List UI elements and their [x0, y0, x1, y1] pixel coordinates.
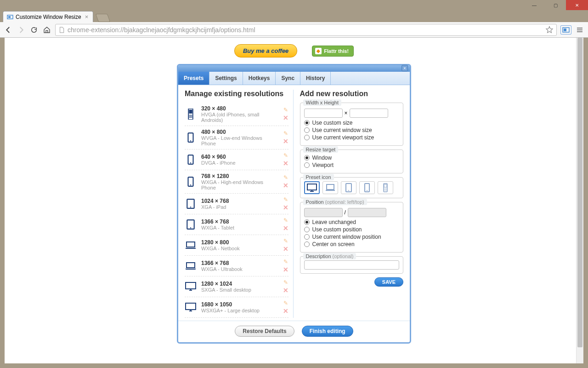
icon-opt-phone[interactable] — [359, 181, 375, 194]
tab-hotkeys[interactable]: Hotkeys — [243, 72, 276, 85]
svg-rect-21 — [186, 282, 196, 289]
resolution-size: 480 × 800 — [201, 129, 278, 135]
delete-icon[interactable]: ✕ — [283, 266, 288, 273]
radio-option[interactable]: Use custom size — [304, 120, 400, 126]
page-icon — [58, 27, 65, 33]
scrollbar-vertical[interactable] — [576, 38, 583, 363]
delete-icon[interactable]: ✕ — [283, 204, 288, 211]
device-icon — [185, 218, 197, 230]
tab-close-icon[interactable]: × — [85, 13, 89, 20]
height-input[interactable] — [350, 109, 388, 118]
width-input[interactable] — [304, 109, 343, 118]
device-icon — [185, 108, 197, 120]
top-input — [348, 208, 386, 217]
flattr-button[interactable]: ◆Flattr this! — [312, 46, 354, 57]
delete-icon[interactable]: ✕ — [283, 287, 288, 294]
description-group: Description (optional) — [300, 256, 404, 274]
tab-settings[interactable]: Settings — [209, 72, 243, 85]
delete-icon[interactable]: ✕ — [283, 138, 288, 145]
new-tab-button[interactable] — [96, 14, 111, 22]
radio-option[interactable]: Viewport — [304, 162, 400, 168]
svg-rect-23 — [307, 184, 317, 190]
edit-icon[interactable]: ✎ — [283, 300, 288, 306]
delete-icon[interactable]: ✕ — [283, 160, 288, 167]
tab-favicon — [7, 14, 13, 20]
resolution-size: 768 × 1280 — [201, 173, 278, 179]
radio-icon — [304, 127, 310, 133]
tab-sync[interactable]: Sync — [276, 72, 300, 85]
save-button[interactable]: SAVE — [374, 277, 403, 287]
tab-presets[interactable]: Presets — [178, 72, 209, 85]
window-close-button[interactable]: ✕ — [566, 0, 588, 10]
buy-coffee-button[interactable]: Buy me a coffee — [234, 44, 297, 58]
resolution-size: 1680 × 1050 — [201, 301, 278, 308]
radio-option[interactable]: Use current viewport size — [304, 134, 400, 141]
edit-icon[interactable]: ✎ — [283, 259, 288, 265]
resolution-desc: XGA - iPad — [201, 204, 278, 210]
forward-button[interactable] — [17, 25, 26, 34]
radio-option[interactable]: Use custom position — [304, 226, 400, 233]
radio-option[interactable]: Window — [304, 155, 400, 161]
edit-icon[interactable]: ✎ — [283, 174, 288, 181]
resolution-item: 1280 × 1024SXGA - Small desktop✎✕ — [185, 276, 288, 297]
edit-icon[interactable]: ✎ — [283, 238, 288, 244]
panel-close-button[interactable]: × — [401, 65, 408, 71]
icon-opt-tablet[interactable] — [341, 181, 356, 194]
pos-legend: Position (optional: left/top) — [303, 199, 367, 205]
resolution-size: 320 × 480 — [201, 105, 278, 112]
delete-icon[interactable]: ✕ — [283, 224, 288, 232]
icon-opt-desktop[interactable] — [304, 181, 320, 194]
resolution-item: 320 × 480HVGA (old iPhones, small Androi… — [185, 103, 288, 126]
width-height-group: Width x Height × Use custom sizeUse curr… — [300, 103, 404, 146]
radio-option[interactable]: Use current window position — [304, 234, 400, 240]
edit-icon[interactable]: ✎ — [283, 130, 288, 137]
window-maximize-button[interactable]: ▢ — [545, 0, 566, 10]
restore-defaults-button[interactable]: Restore Defaults — [235, 326, 294, 337]
device-icon — [185, 132, 197, 144]
resolution-desc: WXGA - Ultrabook — [201, 266, 278, 272]
delete-icon[interactable]: ✕ — [283, 307, 288, 315]
finish-editing-button[interactable]: Finish editing — [302, 326, 353, 337]
edit-icon[interactable]: ✎ — [283, 107, 288, 113]
icon-picker — [304, 181, 400, 194]
menu-button[interactable] — [575, 25, 584, 34]
svg-rect-20 — [187, 263, 195, 268]
reload-button[interactable] — [29, 25, 39, 34]
star-icon[interactable] — [545, 26, 554, 34]
browser-tab[interactable]: Customize Window Resize × — [3, 11, 93, 22]
radio-icon — [304, 135, 310, 140]
description-input[interactable] — [304, 260, 400, 270]
resolution-size: 1366 × 768 — [201, 218, 278, 225]
target-legend: Resize target — [303, 146, 339, 153]
url-text: chrome-extension://bjakagclnejaocjfdgmkg… — [68, 26, 545, 34]
home-button[interactable] — [42, 25, 51, 34]
delete-icon[interactable]: ✕ — [283, 245, 288, 253]
resolution-desc: WVGA - Low-end Windows Phone — [201, 135, 278, 146]
tab-history[interactable]: History — [300, 72, 331, 85]
svg-rect-5 — [189, 109, 192, 113]
device-icon — [185, 239, 197, 251]
position-group: Position (optional: left/top) / Leave un… — [300, 202, 404, 253]
manage-title: Manage existing resolutions — [185, 90, 288, 98]
icon-opt-laptop[interactable] — [322, 181, 338, 194]
edit-icon[interactable]: ✎ — [283, 196, 288, 203]
resolution-size: 588 × 368 — [201, 239, 278, 246]
radio-option[interactable]: Leave unchanged — [304, 219, 400, 225]
window-minimize-button[interactable]: — — [524, 0, 545, 10]
extension-button[interactable] — [560, 25, 571, 34]
device-icon — [185, 260, 197, 272]
edit-icon[interactable]: ✎ — [283, 279, 288, 286]
edit-icon[interactable]: ✎ — [283, 152, 288, 159]
svg-rect-1 — [8, 16, 11, 18]
delete-icon[interactable]: ✕ — [283, 114, 288, 121]
icon-opt-featurephone[interactable] — [378, 181, 393, 194]
back-button[interactable] — [4, 25, 13, 34]
radio-option[interactable]: Center on screen — [304, 241, 400, 247]
radio-option[interactable]: Use current window size — [304, 127, 400, 133]
delete-icon[interactable]: ✕ — [283, 182, 288, 189]
url-bar[interactable]: chrome-extension://bjakagclnejaocjfdgmkg… — [55, 24, 557, 36]
svg-rect-31 — [384, 188, 387, 191]
radio-icon — [304, 227, 310, 232]
edit-icon[interactable]: ✎ — [283, 217, 288, 224]
flattr-icon: ◆ — [315, 48, 322, 54]
